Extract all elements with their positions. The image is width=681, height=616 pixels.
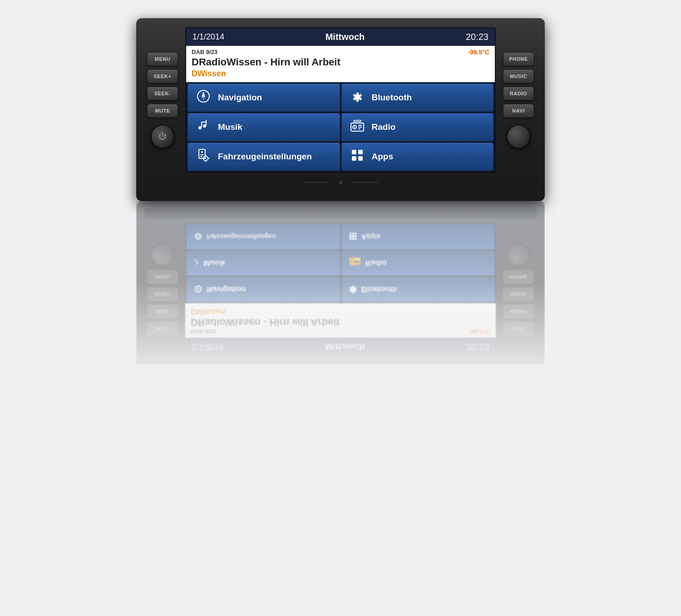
bluetooth-label: Bluetooth — [372, 93, 412, 103]
fahrzeugeinstellungen-button[interactable]: Fahrzeugeinstellungen — [188, 143, 340, 171]
radio-icon — [349, 119, 365, 135]
svg-rect-12 — [358, 127, 362, 128]
svg-rect-25 — [352, 150, 356, 154]
settings-icon — [195, 148, 212, 165]
svg-rect-18 — [200, 156, 202, 157]
slot-line-left — [302, 182, 330, 183]
svg-point-16 — [201, 151, 203, 153]
station-show: DWissen — [192, 69, 489, 79]
svg-rect-17 — [200, 154, 204, 155]
screen: 1/1/2014 Mittwoch 20:23 DAB 9/23 -99.5°C… — [185, 27, 496, 173]
left-controls: MENU SEEK+ SEEK- MUTE ⏻ — [144, 52, 181, 148]
svg-rect-11 — [358, 125, 362, 126]
music-icon — [195, 119, 212, 135]
apps-button[interactable]: Apps — [341, 143, 494, 171]
svg-rect-7 — [201, 122, 207, 123]
radio-label: Radio — [372, 122, 396, 132]
navigation-label: Navigation — [218, 93, 262, 103]
day-display: Mittwoch — [326, 32, 365, 42]
apps-label: Apps — [372, 152, 394, 162]
navigation-icon — [195, 89, 212, 106]
radio-ctrl-button[interactable]: RADIO — [503, 87, 534, 100]
power-icon: ⏻ — [158, 132, 167, 141]
svg-rect-28 — [358, 156, 363, 161]
svg-rect-4 — [203, 124, 206, 128]
svg-rect-27 — [352, 156, 356, 161]
seek-plus-button[interactable]: SEEK+ — [147, 69, 178, 83]
slot-line-right — [351, 182, 379, 183]
music-button[interactable]: MUSIC — [503, 69, 534, 83]
right-controls: PHONE MUSIC RADIO NAVI — [500, 52, 537, 148]
seek-minus-button[interactable]: SEEK- — [147, 87, 178, 100]
svg-rect-26 — [358, 150, 363, 154]
apps-icon — [349, 148, 365, 165]
musik-button[interactable]: Musik — [188, 113, 340, 141]
reflection: MUTE SEEK- SEEK+ MENU 1/1/2014 Mittwoch — [136, 201, 545, 374]
time-display: 20:23 — [466, 32, 489, 42]
mute-button[interactable]: MUTE — [147, 104, 178, 118]
power-knob[interactable]: ⏻ — [151, 125, 174, 148]
svg-point-20 — [205, 158, 207, 159]
screen-header: 1/1/2014 Mittwoch 20:23 — [186, 28, 495, 46]
unit-wrapper: MENU SEEK+ SEEK- MUTE ⏻ 1/1/2014 Mittwoc… — [136, 18, 545, 374]
navigation-button[interactable]: Navigation — [188, 84, 340, 112]
head-unit: MENU SEEK+ SEEK- MUTE ⏻ 1/1/2014 Mittwoc… — [136, 18, 545, 201]
menu-grid: Navigation ✱ Bluetooth — [186, 82, 495, 172]
slot-indicator — [339, 181, 342, 184]
date-display: 1/1/2014 — [192, 32, 224, 42]
svg-point-10 — [354, 127, 355, 128]
bluetooth-button[interactable]: ✱ Bluetooth — [341, 84, 494, 112]
temperature-display: -99.5°C — [468, 49, 489, 56]
svg-rect-3 — [198, 126, 202, 129]
navi-button[interactable]: NAVI — [503, 104, 534, 118]
right-knob[interactable] — [507, 125, 530, 148]
station-bar: DAB 9/23 -99.5°C DRadioWissen - Hirn wil… — [186, 46, 495, 82]
phone-button[interactable]: PHONE — [503, 52, 534, 66]
bluetooth-icon: ✱ — [349, 91, 365, 105]
menu-button[interactable]: MENU — [147, 52, 178, 66]
station-label: DAB 9/23 — [192, 49, 489, 55]
svg-rect-14 — [354, 120, 361, 122]
musik-label: Musik — [218, 122, 242, 132]
station-name: DRadioWissen - Hirn will Arbeit — [192, 56, 489, 68]
svg-rect-13 — [358, 128, 360, 129]
radio-button[interactable]: Radio — [341, 113, 494, 141]
fahrzeugeinstellungen-label: Fahrzeugeinstellungen — [218, 152, 312, 162]
cd-slot — [144, 177, 537, 187]
